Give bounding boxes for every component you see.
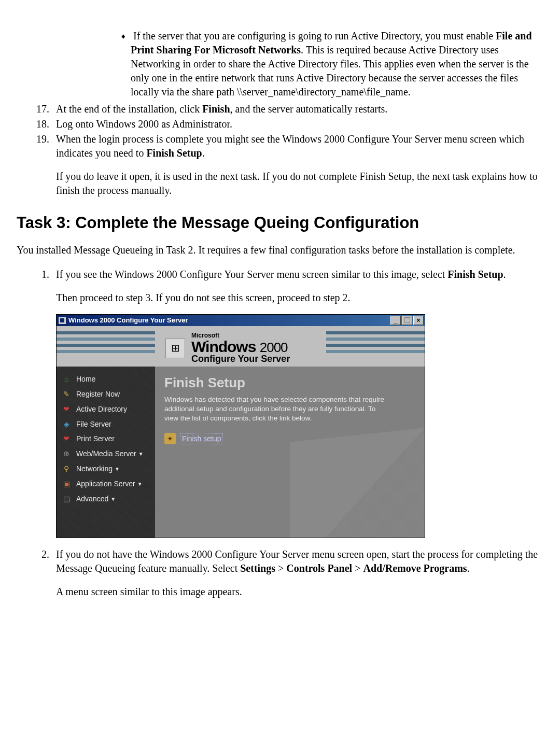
task3-steps: If you see the Windows 2000 Configure Yo…	[17, 268, 543, 599]
step2-b2: Controls Panel	[286, 563, 352, 574]
item19-bold: Finish Setup	[146, 147, 202, 159]
step2-after: A menu screen similar to this image appe…	[56, 585, 543, 599]
web-icon: ⊕	[62, 449, 71, 459]
content-heading: Finish Setup	[164, 374, 415, 392]
window-sidebar: ⌂Home✎Register Now❤Active Directory◈File…	[57, 367, 155, 538]
item17-bold: Finish	[202, 103, 230, 115]
sidebar-item-app[interactable]: ▣Application Server▼	[60, 476, 152, 491]
item19-b: .	[202, 147, 205, 159]
chevron-down-icon: ▼	[110, 496, 116, 503]
sidebar-item-label: Web/Media Server	[76, 449, 136, 459]
step2-gt1: >	[275, 563, 286, 574]
chevron-down-icon: ▼	[137, 481, 143, 488]
bullet-text-a: If the server that you are configuring i…	[133, 30, 496, 41]
diamond-bullet-list: If the server that you are configuring i…	[17, 29, 543, 99]
window-content: Finish Setup Windows has detected that y…	[155, 367, 425, 538]
step1-bold: Finish Setup	[447, 269, 503, 280]
fs-icon: ◈	[62, 419, 71, 429]
item19-a: When the login process is complete you m…	[56, 133, 524, 159]
minimize-button[interactable]: _	[390, 316, 401, 325]
sidebar-item-reg[interactable]: ✎Register Now	[60, 387, 152, 402]
maximize-button[interactable]	[402, 316, 412, 325]
sidebar-item-web[interactable]: ⊕Web/Media Server▼	[60, 446, 152, 461]
sidebar-item-ad[interactable]: ❤Active Directory	[60, 402, 152, 417]
step1-a: If you see the Windows 2000 Configure Yo…	[56, 269, 447, 280]
step-1: If you see the Windows 2000 Configure Yo…	[52, 268, 543, 538]
finish-setup-row: ✦ Finish setup	[164, 433, 415, 445]
sidebar-item-label: Networking	[76, 464, 113, 474]
reg-icon: ✎	[62, 389, 71, 399]
task-heading: Task 3: Complete the Message Queing Conf…	[17, 212, 543, 234]
pre-list-block: If the server that you are configuring i…	[17, 29, 543, 99]
sidebar-item-home[interactable]: ⌂Home	[60, 372, 152, 387]
step2-gt2: >	[352, 563, 363, 574]
home-icon: ⌂	[62, 374, 71, 384]
step2-c: .	[467, 563, 470, 574]
item17-a: At the end of the installation, click	[56, 103, 202, 115]
close-button[interactable]: ×	[413, 316, 424, 325]
step1-after: Then proceed to step 3. If you do not se…	[56, 291, 543, 305]
sidebar-item-fs[interactable]: ◈File Server	[60, 417, 152, 432]
item19-after: If you do leave it open, it is used in t…	[56, 170, 543, 198]
banner-sub: Configure Your Server	[191, 353, 290, 365]
win2k-configure-server-window: Windows 2000 Configure Your Server _ × ⊞…	[56, 314, 425, 538]
sidebar-item-label: Print Server	[76, 434, 115, 444]
sidebar-item-label: Register Now	[76, 389, 120, 399]
net-icon: ⚲	[62, 465, 71, 474]
chevron-down-icon: ▼	[115, 466, 120, 473]
item17-b: , and the server automatically restarts.	[230, 103, 388, 115]
sidebar-item-label: File Server	[76, 419, 111, 429]
step1-b: .	[503, 269, 506, 280]
window-titlebar: Windows 2000 Configure Your Server _ ×	[57, 315, 425, 326]
chevron-down-icon: ▼	[138, 451, 144, 458]
sidebar-item-label: Home	[76, 374, 95, 384]
adv-icon: ▤	[62, 494, 71, 503]
ad-icon: ❤	[62, 404, 71, 414]
sidebar-item-label: Active Directory	[76, 404, 127, 414]
diamond-bullet: If the server that you are configuring i…	[131, 29, 543, 99]
finish-setup-link[interactable]: Finish setup	[180, 433, 223, 445]
step2-b1: Settings	[240, 563, 275, 574]
window-title: Windows 2000 Configure Your Server	[68, 316, 188, 325]
list-item-19: When the login process is complete you m…	[52, 132, 543, 198]
doc-ordered-list: At the end of the installation, click Fi…	[17, 102, 543, 198]
task-intro: You installed Message Queueing in Task 2…	[17, 243, 543, 257]
sidebar-item-adv[interactable]: ▤Advanced▼	[60, 491, 152, 507]
sidebar-item-ps[interactable]: ❤Print Server	[60, 431, 152, 446]
app-icon: ▣	[62, 480, 71, 489]
list-item-17: At the end of the installation, click Fi…	[52, 102, 543, 116]
finish-setup-icon: ✦	[164, 433, 176, 444]
window-app-icon	[59, 317, 66, 324]
window-banner: ⊞ Microsoft Windows 2000 Configure Your …	[57, 326, 425, 367]
sidebar-item-label: Advanced	[76, 494, 108, 504]
content-text: Windows has detected that you have selec…	[164, 395, 387, 424]
item18-text: Log onto Windows 2000 as Administrator.	[56, 118, 232, 130]
sidebar-item-net[interactable]: ⚲Networking▼	[60, 461, 152, 476]
ps-icon: ❤	[62, 434, 71, 444]
step-2: If you do not have the Windows 2000 Conf…	[52, 547, 543, 599]
step2-b3: Add/Remove Programs	[363, 563, 467, 574]
list-item-18: Log onto Windows 2000 as Administrator.	[52, 117, 543, 131]
windows-flag-icon: ⊞	[165, 339, 185, 358]
banner-logo: Microsoft Windows 2000 Configure Your Se…	[191, 331, 290, 366]
sidebar-item-label: Application Server	[76, 479, 135, 489]
window-body: ⌂Home✎Register Now❤Active Directory◈File…	[57, 367, 425, 538]
